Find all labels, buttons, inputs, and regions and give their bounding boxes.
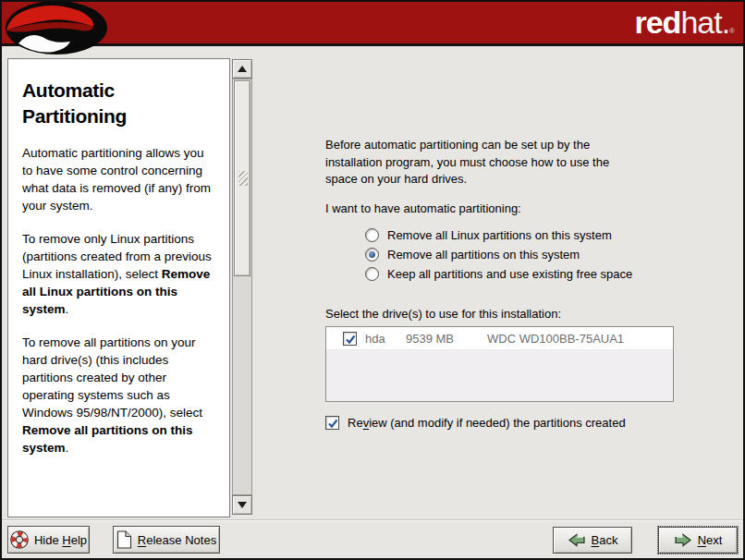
life-ring-icon <box>10 530 29 549</box>
help-paragraph: Automatic partitioning allows you to hav… <box>22 144 216 214</box>
radio-label: Remove all Linux partitions on this syst… <box>387 228 612 242</box>
redhat-shadowman-logo-icon <box>4 2 107 55</box>
radio-option-keep-all[interactable]: Keep all partitions and use existing fre… <box>365 266 632 282</box>
scrollbar-trough[interactable] <box>232 79 252 495</box>
intro-text: Before automatic partitioning can be set… <box>325 137 635 189</box>
release-notes-label: Release Notes <box>138 533 216 547</box>
radio-option-remove-all[interactable]: Remove all partitions on this system <box>365 247 580 262</box>
drives-select-label: Select the drive(s) to use for this inst… <box>325 307 561 321</box>
drive-model: WDC WD100BB-75AUA1 <box>487 332 624 346</box>
arrow-right-icon <box>674 532 692 548</box>
triangle-down-icon <box>238 502 247 508</box>
wordmark-hat: hat <box>680 5 721 40</box>
radio-label: Remove all partitions on this system <box>387 248 580 262</box>
next-button[interactable]: Next <box>658 527 738 554</box>
help-paragraph: To remove all partitions on your hard dr… <box>22 334 216 457</box>
radio-icon[interactable] <box>365 228 379 242</box>
back-button[interactable]: Back <box>553 527 632 554</box>
review-checkbox-label: Review (and modify if needed) the partit… <box>348 416 626 430</box>
scroll-down-button[interactable] <box>232 495 252 515</box>
radio-icon[interactable] <box>365 267 379 281</box>
review-checkbox[interactable] <box>325 416 339 430</box>
scrollbar-thumb[interactable] <box>234 80 250 276</box>
radio-option-remove-linux[interactable]: Remove all Linux partitions on this syst… <box>365 227 612 243</box>
radio-selected-icon[interactable] <box>365 248 379 262</box>
hide-help-button[interactable]: Hide Help <box>7 526 90 554</box>
footer-separator <box>2 519 743 521</box>
partitioning-prompt: I want to have automatic partitioning: <box>325 201 521 215</box>
document-icon <box>116 530 132 549</box>
drive-name: hda <box>365 332 406 346</box>
review-partitions-checkbox-row[interactable]: Review (and modify if needed) the partit… <box>325 416 626 430</box>
installer-window: redhat.® Automatic Partitioning Automati… <box>0 0 745 560</box>
next-label: Next <box>698 533 723 547</box>
hide-help-label: Hide Help <box>34 533 87 547</box>
back-label: Back <box>592 533 618 547</box>
drive-list[interactable]: hda 9539 MB WDC WD100BB-75AUA1 <box>325 326 674 402</box>
help-title: Automatic Partitioning <box>22 78 216 129</box>
scroll-up-button[interactable] <box>232 59 252 79</box>
help-panel: Automatic Partitioning Automatic partiti… <box>7 58 230 517</box>
header-banner: redhat.® <box>2 2 743 46</box>
thumb-grip-icon <box>238 171 248 186</box>
release-notes-button[interactable]: Release Notes <box>113 526 220 554</box>
redhat-wordmark: redhat.® <box>634 4 734 50</box>
registered-mark: ® <box>729 27 734 35</box>
help-paragraph: To remove only Linux partitions (partiti… <box>22 230 216 318</box>
drive-size: 9539 MB <box>406 332 487 346</box>
help-scrollbar[interactable] <box>232 59 252 515</box>
triangle-up-icon <box>238 66 247 72</box>
radio-label: Keep all partitions and use existing fre… <box>387 267 632 281</box>
arrow-left-icon <box>568 532 586 548</box>
drive-checkbox[interactable] <box>343 332 357 346</box>
drive-row-hda[interactable]: hda 9539 MB WDC WD100BB-75AUA1 <box>326 327 673 350</box>
wordmark-red: red <box>634 5 680 40</box>
